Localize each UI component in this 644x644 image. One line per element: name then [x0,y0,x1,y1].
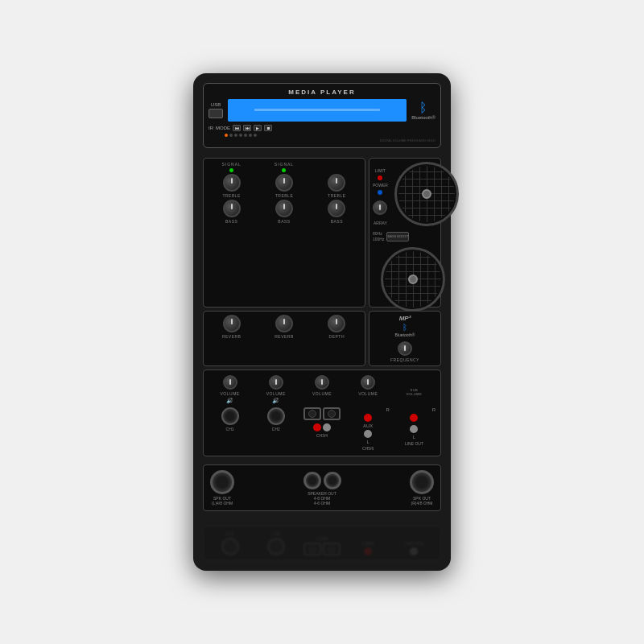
fan-screw-2-bl [382,304,388,311]
spk-left-label: SPK OUT(L)4/8 OHM [212,496,233,506]
hz80-label: 80Hz [373,231,382,236]
ch1-jack-hole[interactable] [221,407,239,425]
line-l-label: L [413,435,415,440]
line-out-rca-l[interactable] [410,425,418,433]
fan-screw-br [452,219,458,225]
ch34-bass-knob[interactable] [328,200,345,217]
power-label: POWER [373,183,388,188]
bass-boost-label: BASS BOOST [388,234,409,238]
ch2-treble-knob[interactable] [275,174,293,192]
spk-right-jack[interactable] [410,470,434,494]
ch34-vol-strip: VOLUME [300,375,343,396]
aux-label: AUX [363,423,373,428]
bluetooth-label-2: Bluetooth® [395,332,415,337]
center-jacks [303,472,341,489]
ch56-jack: R AUX L CH5/6 [347,407,390,451]
bt-icon-2: ᛒ [402,323,407,332]
ch34-jack-r[interactable] [323,407,341,420]
r-label: R [347,407,390,412]
center-jack-1[interactable] [303,472,321,489]
ch1-bass-label: BASS [225,219,237,224]
reverb-knobs-row: REVERB REVERB DEPTH [207,315,361,339]
ch1-vol-icons: 🔊 [226,398,233,404]
fan-circle-2 [381,247,445,312]
bluetooth-icon: ᛒ [411,101,436,115]
fan-circle [394,162,459,226]
jack-connectors-row: CH1 CH2 [208,407,436,451]
line-out-jack: R L LINE OUT [393,407,436,446]
ch34-rca-r[interactable] [313,423,321,431]
mp3-label: MP³ [399,315,411,322]
mp3-bluetooth: MP³ ᛒ Bluetooth® [395,315,415,337]
ch56-rca-l[interactable] [364,430,372,438]
led-7 [254,134,257,137]
refl-line-l [410,547,418,555]
ch56-label: CH5/6 [362,446,374,451]
ch34-jack-l[interactable] [303,407,321,420]
stop-btn[interactable]: ⏹ [264,125,272,131]
refl-ch1-label: CH1 [226,531,234,536]
ch34-label: CH3/4 [316,433,328,438]
play-btn[interactable]: ▶ [254,125,262,131]
jacks-section: VOLUME 🔊 VOLUME 🔊 VOLUME [203,369,441,456]
next-btn[interactable]: ⏭ [243,125,251,131]
prev-btn[interactable]: ⏮ [233,125,241,131]
ch2-vol-strip: VOLUME 🔊 [254,375,297,404]
treble-row: SIGNAL TREBLE SIGNAL TREBLE SIGNAL [207,162,361,198]
fan-screw-tr [452,163,458,169]
depth-label: DEPTH [329,334,345,339]
ch34-rca [313,423,331,431]
ch2-bass-knob[interactable] [275,200,293,217]
frequency-strip: FREQUENCY [390,341,419,362]
bass-boost-btn[interactable]: BASS BOOST [386,232,409,242]
led-3 [234,134,237,137]
depth-knob[interactable] [328,315,345,332]
ch34-vol-knob[interactable] [315,375,329,390]
ch1-bass-knob[interactable] [223,200,241,217]
ch34-bass-label: BASS [331,219,343,224]
ch2-reverb-knob[interactable] [275,315,293,332]
ch1-reverb-knob[interactable] [223,315,241,332]
right-controls: LIMIT POWER ARRAY [369,158,441,308]
refl-ch1: CH1 [208,531,251,555]
ch2-vol-knob[interactable] [269,375,283,390]
ch34-rca-l[interactable] [323,423,331,431]
ch34-rca-pair [313,423,331,431]
usb-label: USB [211,102,221,107]
limit-led [378,175,382,180]
refl-ch34-jacks [303,543,341,555]
ch2-jack-hole[interactable] [267,407,285,425]
device-panel: MEDIA PLAYER USB ᛒ Bluetooth® IR [193,73,451,571]
ch34-treble-knob[interactable] [328,174,345,192]
ch2-label: CH2 [272,427,280,431]
line-out-rca-r[interactable] [410,414,418,422]
ch34-jack: CH3/4 [300,407,343,438]
frequency-knob[interactable] [398,341,412,356]
bluetooth-label: Bluetooth® [411,115,436,120]
center-jack-2[interactable] [324,472,341,489]
power-led [378,190,382,195]
ch2-bass-label: BASS [278,219,290,224]
spk-right: SPK OUT(R)4/8 OHM [410,470,434,506]
refl-ch1-hole [221,538,239,555]
spk-out-section: SPK OUT(L)4/8 OHM SPEAKER OUT4-8 OHM4-6 … [203,464,441,511]
fan-screw-2-br [438,304,444,311]
reflection-jacks: CH1 CH2 CH3/4 CH [203,526,441,561]
ch56-rca-r[interactable] [364,414,372,422]
limit-label: LIMIT [375,168,386,173]
ch2-treble-label: TREBLE [275,193,293,198]
ch1-vol-knob[interactable] [223,375,237,390]
ch1-treble-knob[interactable] [223,174,241,192]
fan-screw-2-tr [438,248,444,254]
array-knob[interactable] [373,200,387,215]
reverb-section: REVERB REVERB DEPTH [203,311,365,366]
usb-port[interactable] [208,109,223,118]
bass-row: BASS BASS BASS [207,200,361,224]
reflection-row: CH1 CH2 CH3/4 CH [208,531,436,555]
ch2-vol-label: VOLUME [266,391,286,396]
ch56-vol-knob[interactable] [361,375,375,390]
spk-left-jack[interactable] [210,470,234,494]
ch34-treble-label: TREBLE [328,193,345,198]
refl-rca-r [364,547,372,555]
left-channels-section: SIGNAL TREBLE SIGNAL TREBLE SIGNAL [203,158,365,308]
